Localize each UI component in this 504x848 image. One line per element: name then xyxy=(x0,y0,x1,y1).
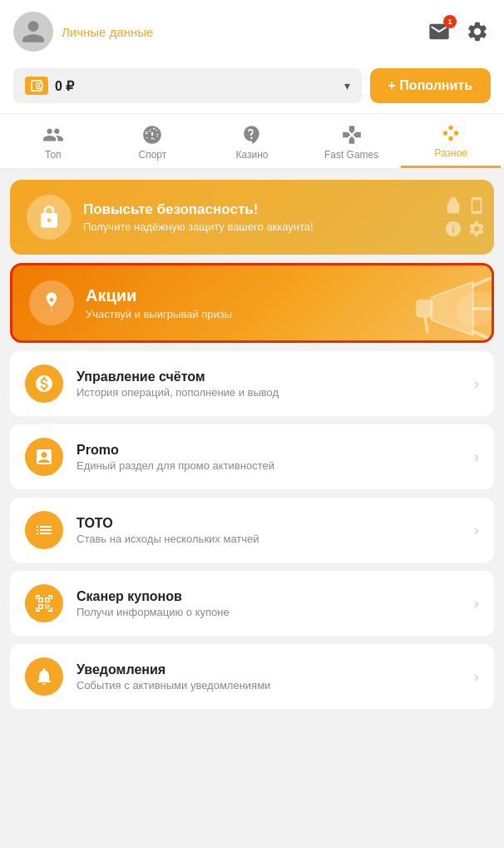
svg-point-1 xyxy=(443,131,447,135)
notifications-arrow-icon: › xyxy=(474,668,479,686)
avatar[interactable] xyxy=(13,12,53,52)
nav-tabs: Топ Спорт Казино Fast Games Разное xyxy=(0,114,504,170)
toto-icon xyxy=(25,511,63,549)
svg-point-3 xyxy=(454,131,458,135)
tab-sport-label: Спорт xyxy=(139,149,167,161)
svg-point-0 xyxy=(38,85,40,87)
header: Личные данные 1 xyxy=(0,0,504,60)
chevron-down-icon: ▾ xyxy=(344,79,350,92)
menu-item-toto[interactable]: ТОТО Ставь на исходы нескольких матчей › xyxy=(10,498,494,563)
security-banner-subtitle: Получите надёжную защиту вашего аккаунта… xyxy=(83,221,477,233)
tab-fast-games-label: Fast Games xyxy=(324,149,378,161)
security-banner-decoration xyxy=(444,196,486,238)
notification-badge: 1 xyxy=(443,15,457,28)
wallet-icon xyxy=(25,77,48,95)
header-left: Личные данные xyxy=(13,12,153,52)
promo-menu-subtitle: Единый раздел для промо активностей xyxy=(77,459,461,472)
tab-top[interactable]: Топ xyxy=(3,116,103,167)
account-title: Управление счётом xyxy=(77,369,461,384)
scanner-icon xyxy=(25,584,63,622)
promo-menu-arrow-icon: › xyxy=(474,449,479,466)
account-icon xyxy=(25,364,63,403)
tab-misc[interactable]: Разное xyxy=(401,114,501,168)
tab-casino-label: Казино xyxy=(235,149,268,161)
notification-wrapper: 1 xyxy=(426,18,452,45)
svg-point-4 xyxy=(448,136,452,141)
toto-title: ТОТО xyxy=(77,516,461,531)
svg-line-10 xyxy=(473,331,491,339)
menu-item-promo[interactable]: Promo Единый раздел для промо активносте… xyxy=(10,424,494,489)
header-right: 1 xyxy=(426,18,491,45)
scanner-arrow-icon: › xyxy=(474,595,479,612)
svg-line-11 xyxy=(425,318,427,331)
deco-lock-icon xyxy=(444,196,462,215)
svg-line-8 xyxy=(473,278,491,285)
promo-menu-title: Promo xyxy=(77,443,461,458)
notifications-text: Уведомления События с активными уведомле… xyxy=(77,662,461,692)
security-banner[interactable]: Повысьте безопасность! Получите надёжную… xyxy=(10,180,494,255)
menu-item-notifications[interactable]: Уведомления События с активными уведомле… xyxy=(10,644,494,709)
deco-gear-icon xyxy=(467,220,486,238)
aktsii-banner[interactable]: Акции Участвуй и выигрывай призы xyxy=(10,263,494,343)
svg-point-2 xyxy=(448,126,452,130)
tab-casino[interactable]: Казино xyxy=(202,116,302,167)
security-banner-text: Повысьте безопасность! Получите надёжную… xyxy=(83,201,477,233)
svg-rect-7 xyxy=(416,300,432,318)
promo-banner-icon xyxy=(29,280,74,325)
notifications-subtitle: События с активными уведомлениями xyxy=(77,679,461,692)
security-banner-icon xyxy=(27,195,72,240)
content-area: Повысьте безопасность! Получите надёжную… xyxy=(0,170,504,726)
toto-text: ТОТО Ставь на исходы нескольких матчей xyxy=(77,516,461,545)
account-text: Управление счётом История операций, попо… xyxy=(77,369,461,399)
deco-info-icon xyxy=(444,220,462,238)
toto-subtitle: Ставь на исходы нескольких матчей xyxy=(77,533,461,545)
scanner-title: Сканер купонов xyxy=(77,589,461,604)
notifications-menu-icon xyxy=(25,657,63,696)
tab-fast-games[interactable]: Fast Games xyxy=(302,116,402,167)
settings-button[interactable] xyxy=(464,18,491,45)
promo-menu-text: Promo Единый раздел для промо активносте… xyxy=(77,443,461,472)
security-banner-title: Повысьте безопасность! xyxy=(83,201,477,218)
deco-phone-icon xyxy=(467,196,486,215)
tab-top-label: Топ xyxy=(45,149,62,161)
promo-menu-icon xyxy=(25,438,63,476)
menu-item-account[interactable]: Управление счётом История операций, попо… xyxy=(10,351,494,416)
megaphone-icon xyxy=(408,270,494,343)
scanner-subtitle: Получи информацию о купоне xyxy=(77,606,461,618)
account-arrow-icon: › xyxy=(474,375,479,393)
toto-arrow-icon: › xyxy=(474,522,479,539)
balance-bar: 0 ₽ ▾ + Пополнить xyxy=(0,60,504,114)
balance-amount: 0 ₽ xyxy=(55,78,338,94)
notifications-title: Уведомления xyxy=(77,662,461,677)
tab-misc-label: Разное xyxy=(434,147,467,159)
scanner-text: Сканер купонов Получи информацию о купон… xyxy=(77,589,461,618)
deposit-button[interactable]: + Пополнить xyxy=(370,68,491,103)
menu-item-scanner[interactable]: Сканер купонов Получи информацию о купон… xyxy=(10,571,494,636)
svg-marker-6 xyxy=(432,282,473,335)
balance-selector[interactable]: 0 ₽ ▾ xyxy=(13,68,362,103)
tab-sport[interactable]: Спорт xyxy=(103,116,203,167)
personal-data-link[interactable]: Личные данные xyxy=(62,25,153,39)
account-subtitle: История операций, пополнение и вывод xyxy=(77,386,461,399)
